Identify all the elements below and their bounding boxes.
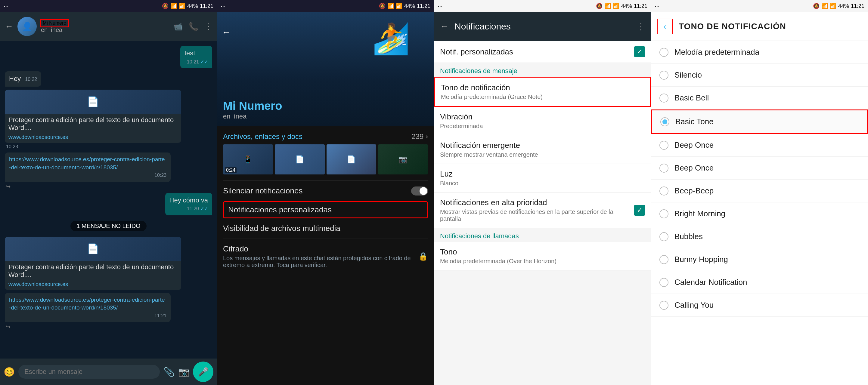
media-section: Archivos, enlaces y docs 239 › 📱 0:24 📄 … — [223, 126, 428, 181]
radio-button[interactable] — [659, 210, 669, 218]
ringtone-item[interactable]: Bubbles — [651, 225, 868, 248]
radio-button-selected[interactable] — [660, 117, 669, 126]
signal-icon-4: 📶 — [830, 3, 836, 9]
status-bar-2: ··· 🔕 📶 📶 44% 11:21 — [217, 0, 434, 12]
radio-button[interactable] — [659, 278, 669, 287]
mic-button[interactable]: 🎤 — [193, 361, 213, 382]
ringtone-item-selected[interactable]: Basic Tone — [651, 109, 868, 134]
ringtone-item[interactable]: Beep Once — [651, 134, 868, 157]
ringtone-item[interactable]: Basic Bell — [651, 87, 868, 109]
ringtone-item[interactable]: Beep-Beep — [651, 180, 868, 202]
signal-icon-3: 📶 — [613, 3, 619, 9]
message-input[interactable] — [18, 365, 160, 379]
ringtone-item[interactable]: Bunny Hopping — [651, 248, 868, 271]
radio-button[interactable] — [659, 48, 669, 57]
forward-icon[interactable]: ↪ — [6, 183, 10, 190]
msg-row: https://www.downloadsource.es/proteger-c… — [5, 153, 212, 190]
media-grid-item[interactable]: 📱 0:24 — [223, 145, 273, 174]
msg-meta: 10:21 ✓✓ — [185, 59, 208, 65]
chat-header: ← 👤 Mi Numero en línea 📹 📞 ⋮ — [0, 12, 217, 41]
ringtone-list: Melodía predeterminada Silencio Basic Be… — [651, 41, 868, 385]
msg-read-icon: ✓✓ — [200, 59, 208, 65]
encryption-item[interactable]: Cifrado Los mensajes y llamadas en este … — [223, 239, 428, 274]
menu-icon[interactable]: ⋮ — [204, 22, 212, 31]
contact-avatar[interactable]: 👤 — [18, 17, 37, 36]
notif-call-tone-item[interactable]: Tono Melodía predeterminada (Over the Ho… — [434, 242, 651, 270]
msg-time: 11:21 — [154, 313, 166, 319]
notif-checkbox[interactable]: ✓ — [634, 46, 645, 57]
panel-profile: ··· 🔕 📶 📶 44% 11:21 🏄 ← Mi Numero en lín… — [217, 0, 434, 385]
document-icon: 📄 — [87, 243, 99, 254]
encryption-sublabel: Los mensajes y llamadas en este chat est… — [223, 255, 415, 268]
signal-icon: 📶 — [179, 3, 185, 9]
ringtone-name: Calendar Notification — [675, 278, 747, 287]
attach-icon[interactable]: 📎 — [163, 367, 175, 377]
contact-info[interactable]: Mi Numero en línea — [41, 20, 169, 33]
msg-time: 10:22 — [25, 77, 37, 82]
notif-item[interactable]: Notif. personalizadas ✓ — [434, 41, 651, 63]
notif-tone-item[interactable]: Tono de notificación Melodía predetermin… — [434, 77, 651, 107]
contact-name: Mi Numero — [41, 20, 68, 27]
radio-button[interactable] — [659, 187, 669, 195]
notif-back-button[interactable]: ← — [440, 22, 448, 31]
battery-label-2: 44% — [404, 3, 415, 9]
camera-icon[interactable]: 📷 — [178, 367, 189, 377]
media-grid-item[interactable]: 📄 — [327, 145, 376, 174]
ringtone-item[interactable]: Calendar Notification — [651, 271, 868, 294]
custom-notifications-item[interactable]: Notificaciones personalizadas — [223, 201, 428, 218]
notif-menu-icon[interactable]: ⋮ — [637, 22, 645, 32]
media-section-row[interactable]: Archivos, enlaces y docs 239 › — [223, 132, 428, 141]
wifi-icon: 📶 — [170, 3, 177, 9]
status-left-3: ··· — [438, 3, 443, 10]
ringtone-item[interactable]: Silencio — [651, 64, 868, 87]
mute-notifications-item[interactable]: Silenciar notificaciones — [223, 181, 428, 201]
media-link: www.downloadsource.es — [5, 134, 181, 143]
msg-time: 10:23 — [154, 172, 166, 179]
media-link: www.downloadsource.es — [5, 281, 181, 290]
ringtone-item[interactable]: Bright Morning — [651, 202, 868, 225]
ringtone-item[interactable]: Calling You — [651, 294, 868, 317]
video-call-icon[interactable]: 📹 — [173, 22, 183, 31]
notif-priority-checkbox[interactable]: ✓ — [634, 205, 645, 216]
radio-inner — [661, 257, 666, 262]
mute-toggle[interactable] — [411, 187, 428, 195]
contact-status: en línea — [41, 27, 169, 33]
radio-button[interactable] — [659, 71, 669, 80]
status-dots-4: ··· — [655, 3, 660, 10]
radio-button[interactable] — [659, 164, 669, 173]
ringtone-item[interactable]: Melodía predeterminada — [651, 41, 868, 64]
mute-icon-3: 🔕 — [596, 3, 602, 9]
notif-vibration-item[interactable]: Vibración Predeterminada — [434, 107, 651, 135]
radio-button[interactable] — [659, 255, 669, 264]
media-section-link[interactable]: Archivos, enlaces y docs — [223, 132, 303, 141]
media-grid-item[interactable]: 📷 — [378, 145, 428, 174]
radio-inner — [661, 189, 666, 193]
profile-back-button[interactable]: ← — [222, 27, 231, 37]
radio-inner — [661, 96, 666, 100]
ringtone-back-button[interactable]: ‹ — [657, 19, 673, 34]
notif-priority-item[interactable]: Notificaciones en alta prioridad Mostrar… — [434, 193, 651, 228]
emoji-icon[interactable]: 😊 — [4, 367, 15, 377]
back-chevron-icon: ‹ — [663, 21, 666, 32]
mute-icon: 🔕 — [162, 3, 168, 9]
media-visibility-item[interactable]: Visibilidad de archivos multimedia — [223, 218, 428, 239]
media-grid-item[interactable]: 📄 — [275, 145, 325, 174]
ringtone-item[interactable]: Beep Once — [651, 157, 868, 180]
notif-light-label: Luz — [440, 169, 645, 179]
voice-call-icon[interactable]: 📞 — [189, 22, 198, 31]
forward-icon-2[interactable]: ↪ — [6, 323, 10, 330]
notif-light-item[interactable]: Luz Blanco — [434, 164, 651, 193]
media-thumb: 📄 — [5, 90, 181, 114]
msg-meta: 10:23 — [9, 172, 166, 179]
chat-back-button[interactable]: ← — [5, 22, 13, 31]
radio-button[interactable] — [659, 94, 669, 103]
ringtone-name: Melodía predeterminada — [675, 47, 760, 57]
encryption-label: Cifrado — [223, 244, 415, 254]
video-duration: 0:24 — [225, 167, 237, 173]
radio-button[interactable] — [659, 232, 669, 241]
radio-button[interactable] — [659, 301, 669, 310]
radio-inner — [661, 143, 666, 148]
notif-popup-item[interactable]: Notificación emergente Siempre mostrar v… — [434, 135, 651, 164]
notif-vibration-sublabel: Predeterminada — [440, 123, 645, 130]
radio-button[interactable] — [659, 141, 669, 150]
